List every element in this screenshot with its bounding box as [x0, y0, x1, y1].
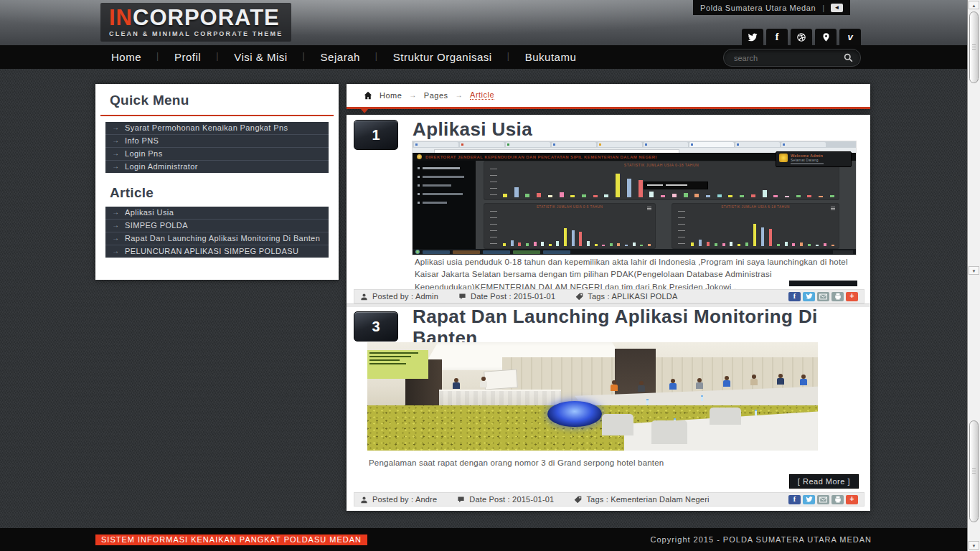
- scrollbar-thumb[interactable]: [969, 11, 979, 83]
- chart-bar: [503, 194, 507, 197]
- nav-item-struktur-organisasi[interactable]: Struktur Organisasi: [377, 51, 509, 63]
- nav-item-bukutamu[interactable]: Bukutamu: [509, 51, 593, 63]
- breadcrumb-pages[interactable]: Pages: [424, 91, 448, 100]
- share-twitter-button[interactable]: [803, 292, 815, 301]
- breadcrumb-home[interactable]: Home: [380, 91, 402, 100]
- posted-by: Posted by : Admin: [360, 292, 438, 301]
- topbar: Polda Sumatera Utara Medan | ◄: [693, 0, 850, 15]
- chart-bar: [740, 195, 744, 197]
- sidebar-item-aplikasi-usia[interactable]: →Aplikasi Usia: [105, 207, 329, 219]
- facebook-link[interactable]: f: [766, 29, 788, 45]
- footer: SISTEM INFORMASI KENAIKAN PANGKAT POLDAS…: [0, 528, 980, 551]
- chart-bar: [564, 228, 567, 246]
- home-icon: [364, 91, 372, 100]
- popup-text-line: [791, 163, 824, 164]
- breadcrumb: Home → Pages → Article: [347, 84, 870, 109]
- chart-bar: [819, 196, 823, 197]
- start-button-icon: [415, 250, 420, 254]
- article1-readmore-partial[interactable]: [789, 281, 857, 286]
- chart-bar: [753, 224, 756, 246]
- date-post: Date Post : 2015-01-01: [457, 495, 554, 504]
- taskbar-item: [543, 250, 570, 254]
- location-link[interactable]: [815, 29, 837, 45]
- share-buttons: f +: [788, 495, 858, 504]
- chart-bar: [556, 241, 559, 246]
- chart-bar: [773, 195, 778, 197]
- tags: Tags : Kementerian Dalam Negeri: [574, 495, 709, 504]
- scroll-down-button[interactable]: ▼: [969, 541, 979, 550]
- browser-tab: [644, 142, 688, 147]
- sidebar-item-login-administrator[interactable]: →Login Administrator: [105, 160, 329, 173]
- vimeo-link[interactable]: v: [839, 29, 861, 45]
- share-facebook-button[interactable]: f: [788, 495, 801, 504]
- nav-item-profil[interactable]: Profil: [158, 51, 217, 63]
- topbar-toggle-button[interactable]: ◄: [831, 4, 843, 12]
- share-print-button[interactable]: [831, 495, 844, 504]
- chart-bar: [761, 227, 764, 246]
- scroll-up-button[interactable]: ▲: [969, 1, 979, 9]
- sidebar-item-info-pns[interactable]: →Info PNS: [105, 134, 329, 147]
- share-more-button[interactable]: +: [846, 495, 858, 504]
- chart-bar: [763, 190, 767, 197]
- taskbar-item: [423, 250, 450, 254]
- article2-meta-bar: Posted by : Andre Date Post : 2015-01-01…: [354, 492, 864, 507]
- nav-item-visi-misi[interactable]: Visi & Misi: [217, 51, 303, 63]
- app-menu-item: [423, 184, 451, 187]
- sidebar-item-simpeg-polda[interactable]: →SIMPEG POLDA: [105, 219, 329, 232]
- chart-bar: [715, 243, 717, 246]
- chart-bar: [525, 194, 529, 197]
- scroll-down-button[interactable]: ▼: [969, 266, 979, 275]
- arrow-icon: →: [112, 222, 119, 229]
- location-pin-icon: [821, 32, 831, 42]
- search-box: [723, 49, 861, 67]
- dribbble-link[interactable]: [791, 29, 812, 45]
- breadcrumb-article[interactable]: Article: [470, 90, 494, 100]
- article1-title[interactable]: Aplikasi Usia: [413, 119, 532, 141]
- sidebar-item-login-pns[interactable]: →Login Pns: [105, 147, 329, 160]
- chart-bar: [595, 244, 598, 246]
- person: [453, 378, 460, 390]
- twitter-icon: [806, 496, 813, 503]
- chart-bars: [691, 217, 834, 246]
- article1-meta-bar: Posted by : Admin Date Post : 2015-01-01…: [354, 289, 864, 303]
- tag-icon: [574, 496, 582, 504]
- chart-bar: [627, 179, 631, 197]
- share-email-button[interactable]: [817, 495, 829, 504]
- nav-item-sejarah[interactable]: Sejarah: [304, 51, 377, 63]
- browser-tab: [552, 142, 596, 147]
- chart-bar: [518, 242, 521, 246]
- search-input[interactable]: [724, 54, 844, 62]
- envelope-icon: [819, 293, 827, 300]
- chart-usia-6-18: STATISTIK JUMLAH USIA 6-18 TAHUN: [672, 204, 839, 248]
- share-twitter-button[interactable]: [803, 495, 815, 504]
- share-more-button[interactable]: +: [846, 292, 858, 301]
- twitter-link[interactable]: [742, 29, 763, 45]
- share-email-button[interactable]: [817, 292, 829, 301]
- article2-body: Pengalaman saat rapat dengan orang nomor…: [369, 458, 664, 467]
- chart-bar: [633, 242, 636, 246]
- share-facebook-button[interactable]: f: [788, 292, 801, 301]
- quick-menu-list: →Syarat Permohonan Kenaikan Pangkat Pns …: [105, 122, 329, 173]
- chart-bars: [503, 217, 651, 246]
- chart-bar: [503, 243, 506, 246]
- nav-item-home[interactable]: Home: [111, 51, 158, 63]
- share-print-button[interactable]: [831, 292, 844, 301]
- arrow-icon: →: [112, 163, 119, 170]
- app-logo-icon: [417, 154, 422, 159]
- sidebar-item-peluncuran-simpeg[interactable]: →PELUNCURAN APLIKASI SIMPEG POLDASU: [105, 245, 329, 258]
- scrollbar-thumb[interactable]: [969, 420, 979, 522]
- app-menu-item: [423, 193, 463, 195]
- app-menu-item: [423, 167, 460, 169]
- sidebar-item-syarat-permohonan[interactable]: →Syarat Permohonan Kenaikan Pangkat Pns: [105, 122, 329, 134]
- chart-bar: [769, 229, 772, 246]
- search-button[interactable]: [844, 53, 853, 62]
- chart-bar: [694, 194, 699, 197]
- chart-bar: [560, 192, 564, 197]
- sidebar-item-rapat-launching[interactable]: →Rapat Dan Launching Aplikasi Monitoring…: [105, 232, 329, 245]
- person: [800, 375, 807, 386]
- site-logo[interactable]: INCORPORATE CLEAN & MINIMAL CORPORATE TH…: [109, 6, 283, 37]
- chart-usia-0-5: STATISTIK JUMLAH USIA 0-5 TAHUN: [484, 204, 655, 248]
- read-more-button[interactable]: [ Read More ]: [789, 474, 859, 489]
- chart-bar: [807, 195, 811, 197]
- chart-bar: [792, 243, 795, 246]
